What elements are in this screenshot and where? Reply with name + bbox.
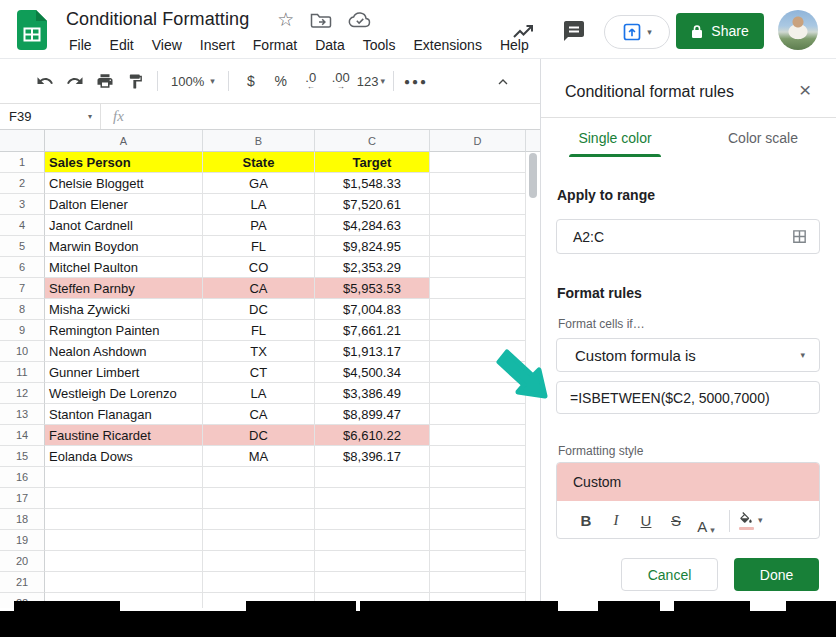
- row-header-15[interactable]: 15: [0, 446, 45, 467]
- menu-data[interactable]: Data: [306, 37, 354, 53]
- cell-D15[interactable]: [430, 446, 526, 467]
- cell-D20[interactable]: [430, 551, 526, 572]
- cell-C9[interactable]: $7,661.21: [315, 320, 430, 341]
- cell-C12[interactable]: $3,386.49: [315, 383, 430, 404]
- select-all-corner[interactable]: [0, 130, 45, 152]
- row-header-11[interactable]: 11: [0, 362, 45, 383]
- cell-C6[interactable]: $2,353.29: [315, 257, 430, 278]
- undo-button[interactable]: [31, 66, 59, 96]
- row-header-9[interactable]: 9: [0, 320, 45, 341]
- hide-menus-button[interactable]: [490, 69, 516, 95]
- cell-C10[interactable]: $1,913.17: [315, 341, 430, 362]
- sheets-logo-icon[interactable]: [17, 10, 47, 54]
- cell-C5[interactable]: $9,824.95: [315, 236, 430, 257]
- cell-A16[interactable]: [45, 467, 203, 488]
- cell-D1[interactable]: [430, 152, 526, 173]
- row-header-21[interactable]: 21: [0, 572, 45, 593]
- text-color-button[interactable]: A ▾: [691, 507, 721, 535]
- row-header-19[interactable]: 19: [0, 530, 45, 551]
- cell-C20[interactable]: [315, 551, 430, 572]
- cell-B10[interactable]: TX: [203, 341, 315, 362]
- fill-color-button[interactable]: ▾: [738, 512, 763, 530]
- cell-C3[interactable]: $7,520.61: [315, 194, 430, 215]
- cell-B3[interactable]: LA: [203, 194, 315, 215]
- cell-B11[interactable]: CT: [203, 362, 315, 383]
- row-header-3[interactable]: 3: [0, 194, 45, 215]
- cell-C11[interactable]: $4,500.34: [315, 362, 430, 383]
- cell-C14[interactable]: $6,610.22: [315, 425, 430, 446]
- print-button[interactable]: [91, 66, 119, 96]
- menu-extensions[interactable]: Extensions: [404, 37, 490, 53]
- cell-C13[interactable]: $8,899.47: [315, 404, 430, 425]
- cell-C16[interactable]: [315, 467, 430, 488]
- cell-D2[interactable]: [430, 173, 526, 194]
- name-box[interactable]: F39 ▾: [0, 104, 101, 129]
- cell-B5[interactable]: FL: [203, 236, 315, 257]
- cell-A5[interactable]: Marwin Boydon: [45, 236, 203, 257]
- row-header-8[interactable]: 8: [0, 299, 45, 320]
- cell-B16[interactable]: [203, 467, 315, 488]
- cell-D9[interactable]: [430, 320, 526, 341]
- cell-A2[interactable]: Chelsie Bloggett: [45, 173, 203, 194]
- cell-D7[interactable]: [430, 278, 526, 299]
- column-header-B[interactable]: B: [203, 130, 315, 152]
- cell-A6[interactable]: Mitchel Paulton: [45, 257, 203, 278]
- cell-A12[interactable]: Westleigh De Lorenzo: [45, 383, 203, 404]
- cell-C4[interactable]: $4,284.63: [315, 215, 430, 236]
- cell-A3[interactable]: Dalton Elener: [45, 194, 203, 215]
- column-header-D[interactable]: D: [430, 130, 526, 152]
- cell-C8[interactable]: $7,004.83: [315, 299, 430, 320]
- tab-color-scale[interactable]: Color scale: [689, 119, 836, 157]
- row-header-20[interactable]: 20: [0, 551, 45, 572]
- cell-A8[interactable]: Misha Zywicki: [45, 299, 203, 320]
- row-header-10[interactable]: 10: [0, 341, 45, 362]
- cell-A17[interactable]: [45, 488, 203, 509]
- row-header-16[interactable]: 16: [0, 467, 45, 488]
- cell-A18[interactable]: [45, 509, 203, 530]
- document-title[interactable]: Conditional Formatting: [66, 9, 249, 30]
- star-icon[interactable]: ☆: [277, 10, 294, 29]
- cell-D8[interactable]: [430, 299, 526, 320]
- row-header-1[interactable]: 1: [0, 152, 45, 173]
- row-header-7[interactable]: 7: [0, 278, 45, 299]
- cell-A10[interactable]: Nealon Ashdown: [45, 341, 203, 362]
- avatar[interactable]: [778, 10, 818, 50]
- cell-D18[interactable]: [430, 509, 526, 530]
- menu-file[interactable]: File: [60, 37, 101, 53]
- cell-D5[interactable]: [430, 236, 526, 257]
- cell-C2[interactable]: $1,548.33: [315, 173, 430, 194]
- number-format-button[interactable]: 123 ▾: [357, 66, 385, 96]
- cell-C18[interactable]: [315, 509, 430, 530]
- format-currency-button[interactable]: $: [237, 66, 265, 96]
- menu-view[interactable]: View: [143, 37, 191, 53]
- close-icon[interactable]: ×: [799, 79, 811, 100]
- row-header-5[interactable]: 5: [0, 236, 45, 257]
- cell-A11[interactable]: Gunner Limbert: [45, 362, 203, 383]
- cell-A7[interactable]: Steffen Parnby: [45, 278, 203, 299]
- cell-A4[interactable]: Janot Cardnell: [45, 215, 203, 236]
- cell-B2[interactable]: GA: [203, 173, 315, 194]
- cell-D13[interactable]: [430, 404, 526, 425]
- cell-A21[interactable]: [45, 572, 203, 593]
- more-toolbar-button[interactable]: ●●●: [402, 66, 430, 96]
- column-header-C[interactable]: C: [315, 130, 430, 152]
- cell-D19[interactable]: [430, 530, 526, 551]
- underline-button[interactable]: U: [631, 507, 661, 535]
- cell-C7[interactable]: $5,953.53: [315, 278, 430, 299]
- cancel-button[interactable]: Cancel: [621, 558, 718, 591]
- strikethrough-button[interactable]: S: [661, 507, 691, 535]
- row-header-18[interactable]: 18: [0, 509, 45, 530]
- menu-insert[interactable]: Insert: [191, 37, 244, 53]
- cell-B19[interactable]: [203, 530, 315, 551]
- cloud-status-icon[interactable]: [348, 11, 372, 29]
- cell-A20[interactable]: [45, 551, 203, 572]
- cell-A15[interactable]: Eolanda Dows: [45, 446, 203, 467]
- cell-B14[interactable]: DC: [203, 425, 315, 446]
- cell-B4[interactable]: PA: [203, 215, 315, 236]
- cell-B18[interactable]: [203, 509, 315, 530]
- cell-C15[interactable]: $8,396.17: [315, 446, 430, 467]
- present-button[interactable]: ▾: [604, 15, 670, 49]
- cell-C19[interactable]: [315, 530, 430, 551]
- move-folder-icon[interactable]: [310, 11, 332, 29]
- cell-B1[interactable]: State: [203, 152, 315, 173]
